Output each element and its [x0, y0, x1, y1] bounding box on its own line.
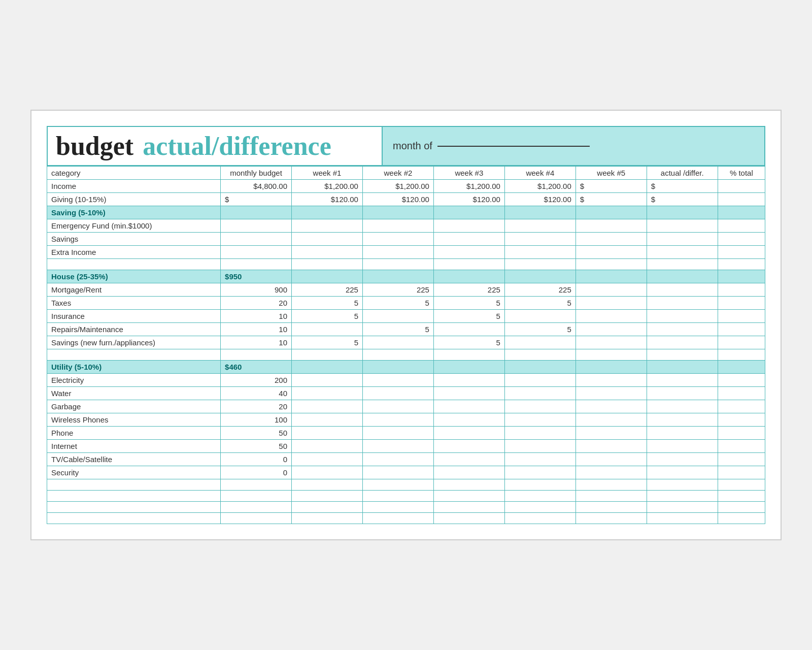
- th-category: category: [47, 167, 221, 180]
- th-week2: week #2: [362, 167, 433, 180]
- cell-monthly: 100: [221, 413, 292, 427]
- table-row: Mortgage/Rent 900 225 225 225 225: [47, 283, 765, 297]
- cell-category: Electricity: [47, 374, 221, 387]
- cell-w1: [292, 453, 363, 466]
- table-row: [47, 502, 765, 513]
- table-row: [47, 491, 765, 502]
- cell-w5: [576, 453, 647, 466]
- actual-label: actual/difference: [143, 131, 331, 161]
- cell-empty: [647, 491, 718, 502]
- cell-empty: [718, 513, 765, 524]
- cell-w3: [433, 427, 504, 440]
- cell-w3: [433, 453, 504, 466]
- cell-empty: [647, 513, 718, 524]
- month-line[interactable]: [437, 146, 590, 147]
- cell-w5: [576, 374, 647, 387]
- cell-w5: [576, 387, 647, 400]
- cell-empty: [504, 259, 576, 270]
- cell-empty: [362, 513, 433, 524]
- cell-category: Wireless Phones: [47, 413, 221, 427]
- cell-w1: [292, 427, 363, 440]
- cell-w4: [504, 310, 576, 323]
- cell-empty: [221, 479, 292, 491]
- cell-empty: [47, 513, 221, 524]
- cell-category: Water: [47, 387, 221, 400]
- cell-pct: [718, 219, 765, 233]
- cell-category: Income: [47, 180, 221, 193]
- cell-w2: 5: [362, 323, 433, 336]
- cell-category: Security: [47, 466, 221, 479]
- cell-category: Internet: [47, 440, 221, 453]
- table-row: Security 0: [47, 466, 765, 479]
- cell-w4: $1,200.00: [504, 180, 576, 193]
- cell-empty: [576, 513, 647, 524]
- cell-w2: [362, 413, 433, 427]
- cell-empty: [718, 259, 765, 270]
- cell-empty: [576, 491, 647, 502]
- cell-w5: [576, 427, 647, 440]
- cell-monthly: [221, 246, 292, 259]
- cell-w3: [433, 400, 504, 413]
- cell-empty: [362, 259, 433, 270]
- th-actual: actual /differ.: [647, 167, 718, 180]
- cell-empty: [504, 513, 576, 524]
- cell-w5: [576, 246, 647, 259]
- cell-actual: [647, 374, 718, 387]
- cell-w4: [504, 413, 576, 427]
- cell-w3: $1,200.00: [433, 180, 504, 193]
- table-row: Wireless Phones 100: [47, 413, 765, 427]
- cell-empty: [47, 259, 221, 270]
- cell-empty: [504, 491, 576, 502]
- cell-empty: [362, 479, 433, 491]
- cell-empty: [292, 479, 363, 491]
- cell-monthly: 0: [221, 453, 292, 466]
- cell-w5: [576, 310, 647, 323]
- cell-category: TV/Cable/Satellite: [47, 453, 221, 466]
- cell-w2: [362, 440, 433, 453]
- cell-empty: [433, 502, 504, 513]
- cell-w1: [292, 361, 363, 374]
- cell-w1: [292, 270, 363, 283]
- table-row: Repairs/Maintenance 10 5 5: [47, 323, 765, 336]
- cell-w2: [362, 310, 433, 323]
- cell-monthly: 50: [221, 440, 292, 453]
- cell-empty: [292, 259, 363, 270]
- cell-w2: $1,200.00: [362, 180, 433, 193]
- cell-w2: [362, 233, 433, 246]
- cell-w4: [504, 466, 576, 479]
- table-row: [47, 349, 765, 361]
- table-row: TV/Cable/Satellite 0: [47, 453, 765, 466]
- cell-monthly: 20: [221, 297, 292, 310]
- cell-actual: [647, 413, 718, 427]
- section-label: Utility (5-10%): [47, 361, 221, 374]
- th-week4: week #4: [504, 167, 576, 180]
- cell-empty: [433, 479, 504, 491]
- table-row: Electricity 200: [47, 374, 765, 387]
- cell-empty: [47, 491, 221, 502]
- cell-w1: [292, 440, 363, 453]
- cell-empty: [504, 502, 576, 513]
- cell-w4: [504, 336, 576, 349]
- cell-actual: [647, 453, 718, 466]
- cell-actual: [647, 336, 718, 349]
- table-row: Extra Income: [47, 246, 765, 259]
- table-row: Giving (10-15%) $ $120.00 $120.00 $120.0…: [47, 193, 765, 206]
- cell-empty: [292, 513, 363, 524]
- cell-w3: [433, 323, 504, 336]
- cell-w5: [576, 400, 647, 413]
- cell-pct: [718, 387, 765, 400]
- cell-w3: [433, 361, 504, 374]
- cell-category: Mortgage/Rent: [47, 283, 221, 297]
- cell-pct: [718, 193, 765, 206]
- cell-empty: [221, 349, 292, 361]
- cell-w5: [576, 466, 647, 479]
- cell-category: Repairs/Maintenance: [47, 323, 221, 336]
- cell-empty: [47, 479, 221, 491]
- cell-w2: [362, 219, 433, 233]
- table-row: [47, 513, 765, 524]
- budget-label: budget: [56, 131, 133, 161]
- cell-actual: [647, 206, 718, 219]
- cell-pct: [718, 297, 765, 310]
- cell-empty: [504, 349, 576, 361]
- cell-empty: [292, 349, 363, 361]
